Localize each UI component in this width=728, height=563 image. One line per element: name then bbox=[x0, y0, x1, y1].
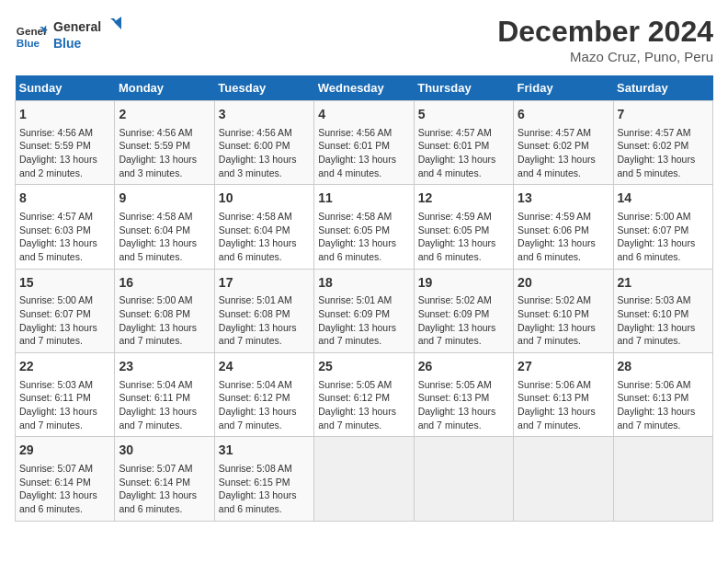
day-info-line: Sunset: 6:13 PM bbox=[618, 392, 689, 403]
day-info: Sunrise: 4:57 AMSunset: 6:03 PMDaylight:… bbox=[19, 210, 110, 264]
header-day: Monday bbox=[115, 75, 214, 101]
day-info-line: Sunset: 6:09 PM bbox=[318, 308, 390, 319]
calendar-cell: 14Sunrise: 5:00 AMSunset: 6:07 PMDayligh… bbox=[613, 185, 712, 269]
day-info-line: Sunset: 6:11 PM bbox=[19, 392, 91, 403]
header-row: SundayMondayTuesdayWednesdayThursdayFrid… bbox=[16, 75, 713, 101]
calendar-cell: 27Sunrise: 5:06 AMSunset: 6:13 PMDayligh… bbox=[514, 353, 613, 437]
page-header: General Blue General Blue December 2024 … bbox=[15, 15, 713, 64]
calendar-cell: 19Sunrise: 5:02 AMSunset: 6:09 PMDayligh… bbox=[414, 269, 513, 352]
day-info-line: Daylight: 13 hours bbox=[219, 154, 297, 165]
day-info: Sunrise: 5:05 AMSunset: 6:13 PMDaylight:… bbox=[418, 378, 509, 432]
day-info-line: Daylight: 13 hours bbox=[618, 154, 696, 165]
calendar-cell: 31Sunrise: 5:08 AMSunset: 6:15 PMDayligh… bbox=[214, 437, 313, 521]
day-info-line: Sunset: 6:01 PM bbox=[318, 140, 390, 151]
day-info-line: Sunset: 6:12 PM bbox=[219, 392, 290, 403]
calendar-cell bbox=[514, 437, 613, 521]
day-info-line: and 2 minutes. bbox=[19, 167, 83, 178]
day-info-line: Daylight: 13 hours bbox=[19, 154, 97, 165]
calendar-week-row: 8Sunrise: 4:57 AMSunset: 6:03 PMDaylight… bbox=[16, 185, 713, 269]
calendar-cell: 1Sunrise: 4:56 AMSunset: 5:59 PMDaylight… bbox=[16, 101, 115, 185]
day-number: 27 bbox=[518, 358, 609, 376]
day-info: Sunrise: 5:04 AMSunset: 6:12 PMDaylight:… bbox=[219, 378, 310, 432]
day-info-line: Sunset: 5:59 PM bbox=[19, 140, 91, 151]
day-number: 24 bbox=[219, 358, 310, 376]
day-number: 1 bbox=[19, 106, 110, 124]
day-info-line: Daylight: 13 hours bbox=[418, 322, 496, 333]
day-info: Sunrise: 4:58 AMSunset: 6:05 PMDaylight:… bbox=[318, 210, 409, 264]
day-info-line: and 7 minutes. bbox=[19, 335, 83, 346]
day-info-line: Sunset: 6:14 PM bbox=[19, 477, 91, 488]
day-info-line: Sunrise: 4:59 AM bbox=[418, 211, 492, 222]
day-info: Sunrise: 5:00 AMSunset: 6:08 PMDaylight:… bbox=[119, 293, 210, 348]
day-info-line: Sunset: 6:12 PM bbox=[318, 392, 390, 403]
header-day: Thursday bbox=[414, 75, 513, 101]
day-number: 3 bbox=[219, 106, 310, 124]
calendar-cell bbox=[414, 437, 513, 521]
day-info-line: Sunrise: 5:04 AM bbox=[119, 379, 192, 390]
day-info-line: Daylight: 13 hours bbox=[318, 154, 396, 165]
day-info: Sunrise: 5:08 AMSunset: 6:15 PMDaylight:… bbox=[219, 462, 310, 516]
calendar-cell: 17Sunrise: 5:01 AMSunset: 6:08 PMDayligh… bbox=[214, 269, 313, 352]
day-info-line: Daylight: 13 hours bbox=[119, 406, 197, 417]
day-info-line: and 6 minutes. bbox=[618, 251, 681, 262]
day-info-line: Sunrise: 4:58 AM bbox=[318, 211, 392, 222]
day-info: Sunrise: 4:56 AMSunset: 6:01 PMDaylight:… bbox=[318, 126, 409, 180]
day-info: Sunrise: 4:58 AMSunset: 6:04 PMDaylight:… bbox=[119, 210, 210, 264]
day-info-line: Daylight: 13 hours bbox=[219, 237, 297, 248]
day-info-line: Daylight: 13 hours bbox=[219, 322, 297, 333]
day-info-line: Daylight: 13 hours bbox=[119, 489, 197, 500]
day-info-line: Sunrise: 5:05 AM bbox=[418, 379, 492, 390]
day-info: Sunrise: 5:07 AMSunset: 6:14 PMDaylight:… bbox=[19, 462, 110, 516]
calendar-cell: 20Sunrise: 5:02 AMSunset: 6:10 PMDayligh… bbox=[514, 269, 613, 352]
day-info: Sunrise: 5:01 AMSunset: 6:09 PMDaylight:… bbox=[318, 293, 409, 348]
day-info-line: Sunrise: 5:07 AM bbox=[119, 463, 192, 474]
day-info-line: and 7 minutes. bbox=[518, 335, 581, 346]
day-info: Sunrise: 5:05 AMSunset: 6:12 PMDaylight:… bbox=[318, 378, 409, 432]
calendar-title: December 2024 bbox=[497, 15, 713, 49]
day-info-line: Sunrise: 4:56 AM bbox=[19, 127, 93, 138]
day-number: 16 bbox=[119, 274, 210, 293]
day-info-line: Sunrise: 5:05 AM bbox=[318, 379, 392, 390]
day-info: Sunrise: 5:03 AMSunset: 6:11 PMDaylight:… bbox=[19, 378, 110, 432]
day-info-line: Sunrise: 5:03 AM bbox=[19, 379, 93, 390]
day-info-line: Sunrise: 5:00 AM bbox=[119, 294, 192, 305]
day-info-line: Daylight: 13 hours bbox=[219, 406, 297, 417]
day-number: 6 bbox=[518, 106, 609, 124]
day-number: 29 bbox=[19, 442, 110, 460]
calendar-cell: 3Sunrise: 4:56 AMSunset: 6:00 PMDaylight… bbox=[214, 101, 313, 185]
day-number: 15 bbox=[19, 274, 110, 293]
day-info-line: Sunset: 6:08 PM bbox=[219, 308, 290, 319]
day-info-line: Sunrise: 4:56 AM bbox=[119, 127, 192, 138]
day-info-line: Sunset: 6:02 PM bbox=[518, 140, 589, 151]
day-number: 5 bbox=[418, 106, 509, 124]
day-info-line: and 4 minutes. bbox=[318, 167, 381, 178]
day-info-line: Daylight: 13 hours bbox=[119, 154, 197, 165]
day-info-line: Sunrise: 5:07 AM bbox=[19, 463, 93, 474]
day-info-line: Sunset: 6:10 PM bbox=[618, 308, 689, 319]
calendar-header: SundayMondayTuesdayWednesdayThursdayFrid… bbox=[16, 75, 713, 101]
day-info-line: Sunset: 6:02 PM bbox=[618, 140, 689, 151]
calendar-cell: 18Sunrise: 5:01 AMSunset: 6:09 PMDayligh… bbox=[314, 269, 414, 352]
day-info-line: and 6 minutes. bbox=[119, 503, 182, 514]
calendar-cell: 28Sunrise: 5:06 AMSunset: 6:13 PMDayligh… bbox=[613, 353, 712, 437]
day-info-line: Daylight: 13 hours bbox=[219, 489, 297, 500]
calendar-week-row: 1Sunrise: 4:56 AMSunset: 5:59 PMDaylight… bbox=[16, 101, 713, 185]
day-info-line: Sunset: 6:03 PM bbox=[19, 224, 91, 236]
calendar-week-row: 15Sunrise: 5:00 AMSunset: 6:07 PMDayligh… bbox=[16, 269, 713, 352]
day-info-line: and 7 minutes. bbox=[618, 335, 681, 346]
day-info-line: Sunset: 6:01 PM bbox=[418, 140, 490, 151]
day-info-line: Daylight: 13 hours bbox=[318, 322, 396, 333]
calendar-cell: 11Sunrise: 4:58 AMSunset: 6:05 PMDayligh… bbox=[314, 185, 414, 269]
day-number: 22 bbox=[19, 358, 110, 376]
day-info-line: Daylight: 13 hours bbox=[318, 406, 396, 417]
day-info-line: Sunrise: 4:57 AM bbox=[19, 211, 93, 222]
header-day: Sunday bbox=[16, 75, 115, 101]
day-info: Sunrise: 4:59 AMSunset: 6:05 PMDaylight:… bbox=[418, 210, 509, 264]
day-info-line: Daylight: 13 hours bbox=[518, 237, 596, 248]
day-info-line: and 7 minutes. bbox=[318, 419, 381, 431]
day-info-line: Daylight: 13 hours bbox=[119, 237, 197, 248]
day-info-line: and 6 minutes. bbox=[19, 503, 83, 514]
day-number: 4 bbox=[318, 106, 409, 124]
day-number: 30 bbox=[119, 442, 210, 460]
day-info-line: and 6 minutes. bbox=[318, 251, 381, 262]
